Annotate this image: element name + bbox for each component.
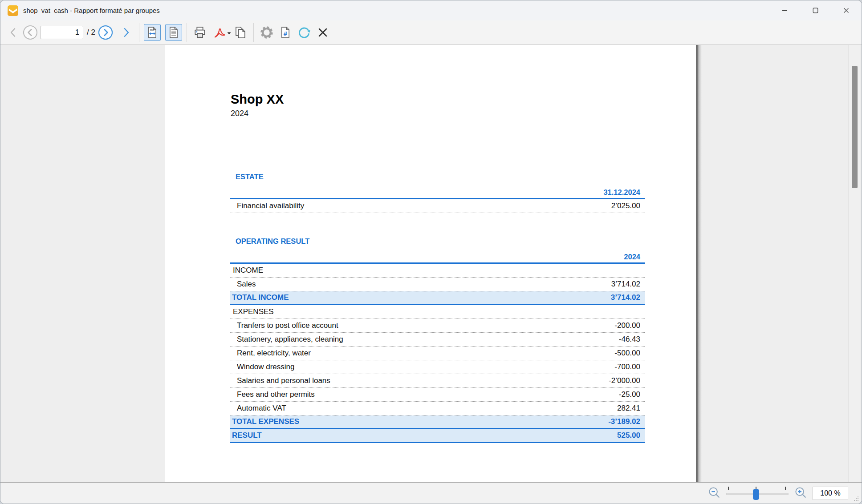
copy-button[interactable] (232, 24, 249, 41)
copy-icon (233, 25, 248, 40)
row-label: Fees and other permits (230, 390, 619, 399)
page-numbers-icon: # (279, 26, 292, 39)
table-row: Tranfers to post office account-200.00 (230, 319, 645, 333)
fit-width-button[interactable] (144, 24, 161, 41)
row-label: TOTAL EXPENSES (230, 417, 608, 426)
refresh-button[interactable] (296, 24, 313, 41)
table-row: Sales3’714.02 (230, 278, 645, 291)
row-label: Tranfers to post office account (230, 321, 614, 330)
row-label: Automatic VAT (230, 404, 617, 413)
row-label: EXPENSES (230, 307, 640, 316)
row-label: Financial availability (230, 202, 611, 210)
pdf-dropdown[interactable] (227, 28, 231, 36)
row-label: Salaries and personal loans (230, 376, 609, 385)
table-row: Fees and other permits-25.00 (230, 388, 645, 402)
preview-area: Shop XX 2024 ESTATE31.12.2024Financial a… (0, 45, 862, 483)
row-value: 2’025.00 (611, 202, 645, 210)
zoom-in-button[interactable] (794, 486, 807, 501)
scrollbar-thumb[interactable] (852, 66, 858, 188)
row-value: -200.00 (614, 321, 645, 330)
table-row: Rent, electricity, water-500.00 (230, 347, 645, 360)
row-value: 525.00 (617, 431, 645, 440)
prev-page-icon (7, 26, 20, 39)
app-logo-icon (7, 5, 19, 16)
previous-page-button[interactable] (5, 24, 22, 41)
window-title: shop_vat_cash - Rapport formaté par grou… (23, 7, 160, 14)
row-value: -500.00 (614, 349, 645, 358)
zoom-out-button[interactable] (707, 486, 721, 501)
row-value: -25.00 (619, 390, 645, 399)
refresh-icon (297, 25, 312, 40)
row-value: -2’000.00 (609, 376, 645, 385)
next-page-circle-icon (98, 24, 114, 41)
table-row: Stationery, appliances, cleaning-46.43 (230, 333, 645, 347)
close-window-button[interactable] (831, 0, 862, 20)
minimize-button[interactable] (769, 0, 800, 20)
window-controls (769, 0, 862, 20)
zoom-level-input[interactable] (813, 487, 848, 500)
print-icon (193, 25, 207, 40)
report-title: Shop XX (231, 92, 284, 107)
section-date: 31.12.2024 (603, 188, 640, 197)
slider-tick (728, 487, 729, 490)
row-label: Rent, electricity, water (230, 349, 614, 358)
statusbar (0, 482, 862, 504)
section-date-header: 31.12.2024 (230, 184, 645, 199)
table-row: INCOME (230, 264, 645, 278)
table-row: Automatic VAT282.41 (230, 402, 645, 415)
report-page: Shop XX 2024 ESTATE31.12.2024Financial a… (165, 45, 696, 483)
page-count-label: / 2 (87, 28, 95, 37)
last-page-button[interactable] (118, 24, 134, 41)
row-label: Window dressing (230, 363, 614, 371)
table-row: RESULT525.00 (230, 429, 645, 443)
next-page-circle-button[interactable] (97, 24, 114, 41)
table-row: Financial availability2’025.00 (230, 199, 645, 213)
first-prev-circle-icon (22, 24, 38, 41)
close-preview-button[interactable] (314, 24, 331, 41)
zoom-slider[interactable] (726, 486, 789, 500)
row-value: -46.43 (619, 335, 645, 344)
row-value: 3’714.02 (611, 293, 645, 302)
table-row: TOTAL INCOME3’714.02 (230, 291, 645, 305)
maximize-icon (813, 8, 818, 13)
row-value: -700.00 (614, 363, 645, 371)
minimize-icon (782, 8, 788, 13)
titlebar: shop_vat_cash - Rapport formaté par grou… (0, 0, 862, 20)
report-section-operating-result: OPERATING RESULT2024INCOMESales3’714.02T… (230, 237, 645, 443)
slider-tick (785, 487, 786, 490)
toolbar: / 2 (0, 20, 862, 44)
table-row: TOTAL EXPENSES-3’189.02 (230, 415, 645, 429)
section-title: OPERATING RESULT (230, 237, 645, 249)
page-number-input[interactable] (41, 26, 83, 39)
table-row: Window dressing-700.00 (230, 360, 645, 374)
vertical-scrollbar[interactable] (848, 45, 860, 483)
section-date-header: 2024 (230, 249, 645, 264)
app-window: shop_vat_cash - Rapport formaté par grou… (0, 0, 862, 504)
slider-thumb[interactable] (753, 489, 759, 500)
close-preview-icon (316, 25, 330, 40)
toolbar-separator (187, 23, 187, 42)
report-subtitle: 2024 (231, 109, 248, 118)
fit-width-icon (146, 26, 159, 39)
table-row: Salaries and personal loans-2’000.00 (230, 374, 645, 388)
fit-page-icon (167, 26, 180, 39)
row-label: Stationery, appliances, cleaning (230, 335, 619, 344)
settings-button[interactable] (258, 24, 275, 41)
close-window-icon (843, 8, 849, 13)
next-page-icon (119, 26, 133, 39)
maximize-button[interactable] (800, 0, 831, 20)
row-value: -3’189.02 (608, 417, 645, 426)
svg-text:#: # (284, 29, 288, 37)
dropdown-caret-icon (227, 32, 231, 35)
toolbar-separator (253, 23, 254, 42)
fit-page-button[interactable] (165, 24, 182, 41)
row-value: 3’714.02 (611, 280, 645, 289)
first-page-button[interactable] (22, 24, 39, 41)
print-button[interactable] (191, 24, 208, 41)
page-numbers-button[interactable]: # (277, 24, 294, 41)
zoom-in-icon (794, 486, 807, 499)
settings-gear-icon (259, 25, 274, 40)
pdf-export-button[interactable] (211, 24, 228, 41)
resize-grip-icon[interactable] (852, 495, 859, 502)
table-row: EXPENSES (230, 305, 645, 319)
